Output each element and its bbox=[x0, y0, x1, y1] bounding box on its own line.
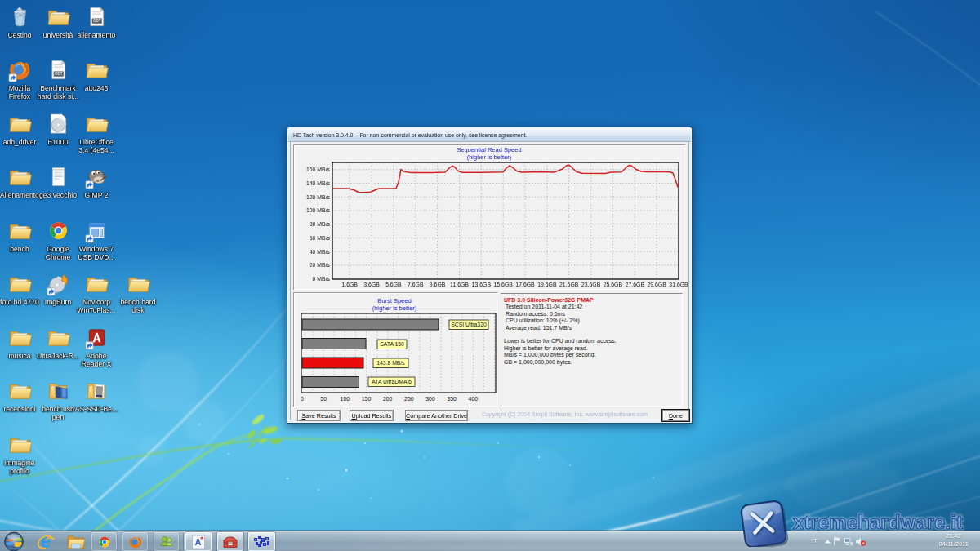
svg-text:25,6GB: 25,6GB bbox=[604, 282, 623, 287]
svg-text:Sequential Read Speed: Sequential Read Speed bbox=[457, 146, 521, 153]
svg-text:200: 200 bbox=[383, 396, 393, 402]
svg-text:(higher is better): (higher is better) bbox=[372, 304, 417, 312]
svg-text:13,6GB: 13,6GB bbox=[472, 282, 492, 287]
svg-text:160 MB/s: 160 MB/s bbox=[306, 167, 331, 172]
svg-text:27,6GB: 27,6GB bbox=[626, 282, 645, 287]
svg-text:350: 350 bbox=[447, 396, 457, 402]
svg-text:SATA 150: SATA 150 bbox=[380, 341, 404, 347]
svg-text:ATA UltraDMA 6: ATA UltraDMA 6 bbox=[372, 379, 412, 384]
svg-text:60 MB/s: 60 MB/s bbox=[310, 235, 331, 241]
svg-text:11,6GB: 11,6GB bbox=[450, 282, 469, 287]
svg-text:80 MB/s: 80 MB/s bbox=[310, 221, 331, 227]
svg-text:120 MB/s: 120 MB/s bbox=[306, 194, 331, 200]
svg-text:17,6GB: 17,6GB bbox=[515, 282, 535, 287]
svg-text:150: 150 bbox=[362, 396, 372, 402]
svg-text:23,6GB: 23,6GB bbox=[581, 282, 601, 287]
svg-text:SCSI Ultra320: SCSI Ultra320 bbox=[451, 322, 487, 327]
svg-text:40 MB/s: 40 MB/s bbox=[310, 249, 331, 255]
svg-text:9,6GB: 9,6GB bbox=[430, 282, 446, 287]
svg-text:3,6GB: 3,6GB bbox=[363, 282, 380, 287]
svg-text:xtremehardware.it: xtremehardware.it bbox=[793, 511, 963, 533]
svg-text:100: 100 bbox=[341, 396, 350, 402]
svg-text:140 MB/s: 140 MB/s bbox=[306, 180, 331, 186]
svg-text:5,6GB: 5,6GB bbox=[385, 282, 402, 287]
svg-text:0 MB/s: 0 MB/s bbox=[313, 276, 331, 282]
svg-text:20 MB/s: 20 MB/s bbox=[310, 262, 331, 268]
svg-text:21,6GB: 21,6GB bbox=[559, 282, 579, 287]
svg-text:(higher is better): (higher is better) bbox=[467, 153, 512, 161]
svg-text:100 MB/s: 100 MB/s bbox=[306, 207, 331, 213]
svg-text:A: A bbox=[195, 537, 202, 547]
svg-text:143.8 MB/s: 143.8 MB/s bbox=[376, 360, 405, 366]
svg-text:300: 300 bbox=[425, 396, 435, 402]
svg-text:50: 50 bbox=[320, 396, 327, 402]
svg-text:250: 250 bbox=[404, 396, 414, 402]
svg-text:15,6GB: 15,6GB bbox=[494, 282, 514, 287]
svg-text:1,6GB: 1,6GB bbox=[341, 282, 358, 287]
svg-text:400: 400 bbox=[469, 396, 479, 402]
svg-text:29,6GB: 29,6GB bbox=[647, 282, 666, 287]
svg-text:0: 0 bbox=[301, 396, 304, 402]
svg-text:19,6GB: 19,6GB bbox=[537, 282, 557, 287]
svg-text:Burst Speed: Burst Speed bbox=[377, 297, 411, 304]
svg-text:7,6GB: 7,6GB bbox=[408, 282, 424, 287]
svg-text:31,6GB: 31,6GB bbox=[669, 282, 688, 287]
